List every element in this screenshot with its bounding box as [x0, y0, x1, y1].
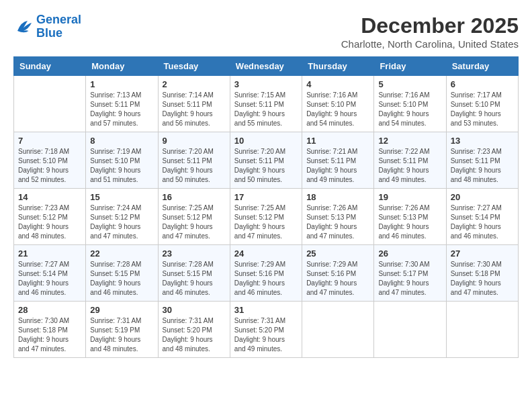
- day-number: 16: [163, 192, 226, 202]
- calendar-week-row: 14Sunrise: 7:23 AM Sunset: 5:12 PM Dayli…: [14, 189, 519, 245]
- logo: General Blue: [13, 13, 81, 40]
- calendar-cell: 27Sunrise: 7:30 AM Sunset: 5:18 PM Dayli…: [446, 245, 518, 302]
- calendar-week-row: 21Sunrise: 7:27 AM Sunset: 5:14 PM Dayli…: [14, 245, 519, 302]
- calendar-cell: 21Sunrise: 7:27 AM Sunset: 5:14 PM Dayli…: [14, 245, 86, 302]
- calendar-cell: 28Sunrise: 7:30 AM Sunset: 5:18 PM Dayli…: [14, 302, 86, 358]
- calendar-cell: [374, 302, 446, 358]
- day-info: Sunrise: 7:13 AM Sunset: 5:11 PM Dayligh…: [90, 91, 153, 128]
- month-title: December 2025: [341, 13, 519, 38]
- day-number: 24: [234, 248, 298, 259]
- day-info: Sunrise: 7:30 AM Sunset: 5:18 PM Dayligh…: [451, 260, 514, 298]
- column-header-thursday: Thursday: [302, 57, 374, 76]
- calendar-cell: 22Sunrise: 7:28 AM Sunset: 5:15 PM Dayli…: [86, 245, 158, 302]
- day-info: Sunrise: 7:15 AM Sunset: 5:11 PM Dayligh…: [234, 91, 298, 128]
- day-info: Sunrise: 7:25 AM Sunset: 5:12 PM Dayligh…: [234, 203, 298, 241]
- day-info: Sunrise: 7:30 AM Sunset: 5:17 PM Dayligh…: [378, 260, 441, 298]
- day-number: 11: [306, 136, 369, 146]
- day-number: 22: [90, 248, 153, 259]
- day-number: 14: [18, 192, 81, 202]
- day-number: 12: [378, 136, 441, 146]
- day-number: 20: [451, 192, 514, 202]
- day-info: Sunrise: 7:28 AM Sunset: 5:15 PM Dayligh…: [90, 260, 153, 298]
- calendar-cell: 31Sunrise: 7:31 AM Sunset: 5:20 PM Dayli…: [230, 302, 302, 358]
- calendar-header-row: SundayMondayTuesdayWednesdayThursdayFrid…: [14, 57, 519, 76]
- calendar-cell: 16Sunrise: 7:25 AM Sunset: 5:12 PM Dayli…: [158, 189, 230, 245]
- logo-line2: Blue: [36, 26, 62, 40]
- calendar-week-row: 1Sunrise: 7:13 AM Sunset: 5:11 PM Daylig…: [14, 76, 519, 132]
- day-info: Sunrise: 7:29 AM Sunset: 5:16 PM Dayligh…: [234, 260, 298, 298]
- calendar-cell: 5Sunrise: 7:16 AM Sunset: 5:10 PM Daylig…: [374, 76, 446, 132]
- location-subtitle: Charlotte, North Carolina, United States: [341, 38, 519, 50]
- day-info: Sunrise: 7:31 AM Sunset: 5:20 PM Dayligh…: [163, 316, 226, 354]
- calendar-cell: 29Sunrise: 7:31 AM Sunset: 5:19 PM Dayli…: [86, 302, 158, 358]
- day-info: Sunrise: 7:18 AM Sunset: 5:10 PM Dayligh…: [18, 147, 81, 185]
- calendar-cell: 4Sunrise: 7:16 AM Sunset: 5:10 PM Daylig…: [302, 76, 374, 132]
- calendar-cell: 9Sunrise: 7:20 AM Sunset: 5:11 PM Daylig…: [158, 132, 230, 189]
- day-info: Sunrise: 7:23 AM Sunset: 5:12 PM Dayligh…: [18, 203, 81, 241]
- day-number: 31: [234, 305, 298, 315]
- day-number: 17: [234, 192, 298, 202]
- day-number: 21: [18, 248, 81, 259]
- day-info: Sunrise: 7:17 AM Sunset: 5:10 PM Dayligh…: [451, 91, 514, 128]
- day-number: 10: [234, 136, 298, 146]
- day-info: Sunrise: 7:14 AM Sunset: 5:11 PM Dayligh…: [163, 91, 226, 128]
- day-number: 15: [90, 192, 153, 202]
- day-number: 29: [90, 305, 153, 315]
- day-info: Sunrise: 7:28 AM Sunset: 5:15 PM Dayligh…: [163, 260, 226, 298]
- day-number: 6: [451, 79, 514, 89]
- calendar-cell: 3Sunrise: 7:15 AM Sunset: 5:11 PM Daylig…: [230, 76, 302, 132]
- title-block: December 2025 Charlotte, North Carolina,…: [341, 13, 519, 50]
- column-header-saturday: Saturday: [446, 57, 518, 76]
- day-number: 30: [163, 305, 226, 315]
- column-header-wednesday: Wednesday: [230, 57, 302, 76]
- calendar-table: SundayMondayTuesdayWednesdayThursdayFrid…: [13, 56, 519, 358]
- calendar-week-row: 7Sunrise: 7:18 AM Sunset: 5:10 PM Daylig…: [14, 132, 519, 189]
- day-info: Sunrise: 7:31 AM Sunset: 5:19 PM Dayligh…: [90, 316, 153, 354]
- day-number: 18: [306, 192, 369, 202]
- day-number: 25: [306, 248, 369, 259]
- calendar-cell: 10Sunrise: 7:20 AM Sunset: 5:11 PM Dayli…: [230, 132, 302, 189]
- calendar-cell: 1Sunrise: 7:13 AM Sunset: 5:11 PM Daylig…: [86, 76, 158, 132]
- day-info: Sunrise: 7:26 AM Sunset: 5:13 PM Dayligh…: [306, 203, 369, 241]
- day-info: Sunrise: 7:26 AM Sunset: 5:13 PM Dayligh…: [378, 203, 441, 241]
- calendar-cell: 23Sunrise: 7:28 AM Sunset: 5:15 PM Dayli…: [158, 245, 230, 302]
- day-number: 5: [378, 79, 441, 89]
- day-number: 2: [163, 79, 226, 89]
- day-info: Sunrise: 7:21 AM Sunset: 5:11 PM Dayligh…: [306, 147, 369, 185]
- calendar-cell: 6Sunrise: 7:17 AM Sunset: 5:10 PM Daylig…: [446, 76, 518, 132]
- day-number: 19: [378, 192, 441, 202]
- logo-text: General Blue: [36, 13, 81, 40]
- day-info: Sunrise: 7:23 AM Sunset: 5:11 PM Dayligh…: [451, 147, 514, 185]
- day-number: 9: [163, 136, 226, 146]
- day-info: Sunrise: 7:27 AM Sunset: 5:14 PM Dayligh…: [18, 260, 81, 298]
- calendar-cell: 20Sunrise: 7:27 AM Sunset: 5:14 PM Dayli…: [446, 189, 518, 245]
- day-number: 27: [451, 248, 514, 259]
- day-info: Sunrise: 7:16 AM Sunset: 5:10 PM Dayligh…: [306, 91, 369, 128]
- calendar-cell: 8Sunrise: 7:19 AM Sunset: 5:10 PM Daylig…: [86, 132, 158, 189]
- day-info: Sunrise: 7:29 AM Sunset: 5:16 PM Dayligh…: [306, 260, 369, 298]
- day-number: 13: [451, 136, 514, 146]
- column-header-monday: Monday: [86, 57, 158, 76]
- calendar-cell: 2Sunrise: 7:14 AM Sunset: 5:11 PM Daylig…: [158, 76, 230, 132]
- day-info: Sunrise: 7:30 AM Sunset: 5:18 PM Dayligh…: [18, 316, 81, 354]
- day-info: Sunrise: 7:31 AM Sunset: 5:20 PM Dayligh…: [234, 316, 298, 354]
- calendar-cell: [446, 302, 518, 358]
- column-header-tuesday: Tuesday: [158, 57, 230, 76]
- page-header: General Blue December 2025 Charlotte, No…: [13, 13, 519, 50]
- day-info: Sunrise: 7:20 AM Sunset: 5:11 PM Dayligh…: [234, 147, 298, 185]
- calendar-cell: 11Sunrise: 7:21 AM Sunset: 5:11 PM Dayli…: [302, 132, 374, 189]
- day-info: Sunrise: 7:25 AM Sunset: 5:12 PM Dayligh…: [163, 203, 226, 241]
- day-number: 3: [234, 79, 298, 89]
- day-info: Sunrise: 7:22 AM Sunset: 5:11 PM Dayligh…: [378, 147, 441, 185]
- day-number: 8: [90, 136, 153, 146]
- day-info: Sunrise: 7:16 AM Sunset: 5:10 PM Dayligh…: [378, 91, 441, 128]
- calendar-cell: [14, 76, 86, 132]
- day-info: Sunrise: 7:24 AM Sunset: 5:12 PM Dayligh…: [90, 203, 153, 241]
- day-number: 7: [18, 136, 81, 146]
- calendar-cell: 7Sunrise: 7:18 AM Sunset: 5:10 PM Daylig…: [14, 132, 86, 189]
- calendar-cell: 26Sunrise: 7:30 AM Sunset: 5:17 PM Dayli…: [374, 245, 446, 302]
- column-header-friday: Friday: [374, 57, 446, 76]
- day-info: Sunrise: 7:20 AM Sunset: 5:11 PM Dayligh…: [163, 147, 226, 185]
- day-number: 1: [90, 79, 153, 89]
- logo-icon: [13, 17, 34, 37]
